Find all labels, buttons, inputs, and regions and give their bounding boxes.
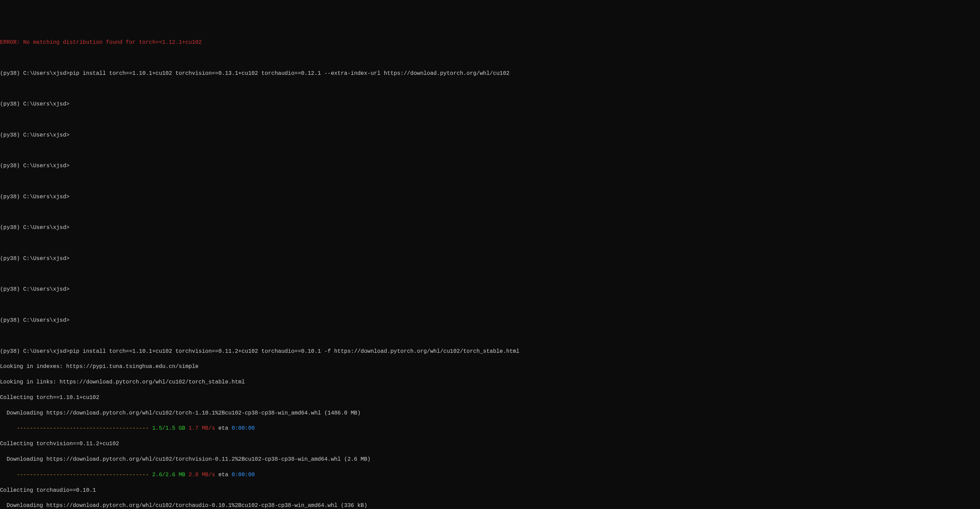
progress-eta-time: 0:00:00 [232,472,255,478]
prompt: (py38) C:\Users\xjsd> [0,70,70,77]
prompt-line: (py38) C:\Users\xjsd> [0,101,980,108]
empty-line [0,332,980,340]
progress-size: 1.5/1.5 GB [152,425,185,431]
prompt-line: (py38) C:\Users\xjsd>pip install torch==… [0,70,980,77]
progress-bar: ---------------------------------------- [0,472,152,478]
prompt-line: (py38) C:\Users\xjsd> [0,162,980,170]
prompt-line: (py38) C:\Users\xjsd> [0,131,980,139]
terminal[interactable]: ERROR: No matching distribution found fo… [0,31,980,509]
collecting-torchaudio: Collecting torchaudio==0.10.1 [0,487,980,494]
collecting-torch: Collecting torch==1.10.1+cu102 [0,394,980,401]
progress-torchvision: ----------------------------------------… [0,471,980,479]
empty-line [0,147,980,154]
progress-eta-time: 0:00:00 [232,425,255,431]
progress-speed: 1.7 MB/s [185,425,215,431]
empty-line [0,116,980,123]
empty-line [0,85,980,93]
collecting-torchvision: Collecting torchvision==0.11.2+cu102 [0,440,980,448]
prompt-line: (py38) C:\Users\xjsd> [0,317,980,324]
looking-links: Looking in links: https://download.pytor… [0,378,980,386]
empty-line [0,270,980,278]
prompt: (py38) C:\Users\xjsd> [0,348,70,354]
download-torchvision: Downloading https://download.pytorch.org… [0,456,980,463]
prompt-line: (py38) C:\Users\xjsd>pip install torch==… [0,348,980,355]
prompt-line: (py38) C:\Users\xjsd> [0,193,980,201]
progress-bar: ---------------------------------------- [0,425,152,431]
empty-line [0,54,980,62]
command-text: pip install torch==1.10.1+cu102 torchvis… [70,70,510,77]
prompt-line: (py38) C:\Users\xjsd> [0,224,980,231]
command-text: pip install torch==1.10.1+cu102 torchvis… [70,348,520,354]
prompt-line: (py38) C:\Users\xjsd> [0,255,980,262]
empty-line [0,209,980,216]
prompt-line: (py38) C:\Users\xjsd> [0,286,980,293]
empty-line [0,239,980,247]
progress-eta-label: eta [215,472,232,478]
download-torchaudio: Downloading https://download.pytorch.org… [0,502,980,509]
progress-eta-label: eta [215,425,232,431]
progress-torch: ----------------------------------------… [0,424,980,432]
progress-speed: 2.8 MB/s [185,472,215,478]
progress-size: 2.6/2.6 MB [152,472,185,478]
looking-indexes: Looking in indexes: https://pypi.tuna.ts… [0,363,980,370]
empty-line [0,178,980,185]
empty-line [0,301,980,309]
download-torch: Downloading https://download.pytorch.org… [0,409,980,417]
error-line: ERROR: No matching distribution found fo… [0,38,980,46]
